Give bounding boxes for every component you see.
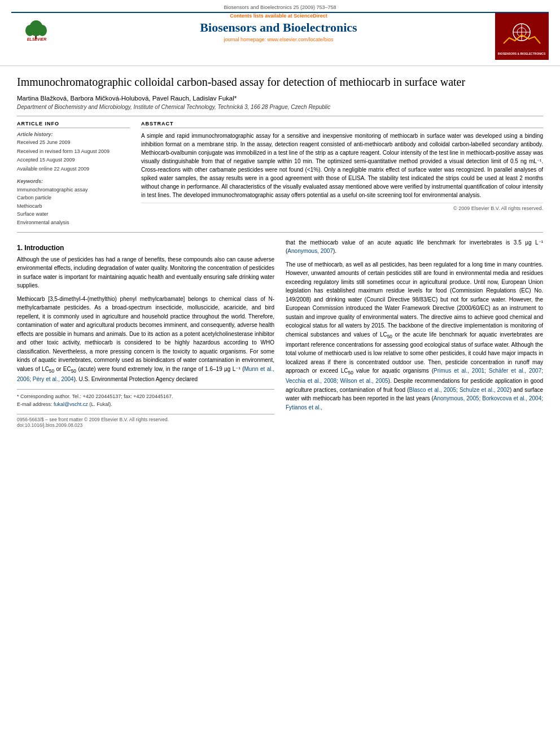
article-info-title: ARTICLE INFO (17, 121, 130, 128)
article-info-panel: ARTICLE INFO Article history: Received 2… (17, 121, 130, 226)
journal-top-bar: ELSEVIER Contents lists available at Sci… (11, 13, 549, 60)
elsevier-logo-svg: ELSEVIER (14, 16, 59, 41)
received-date: Received 25 June 2009 (17, 139, 130, 147)
keyword-3: Methiocarb (17, 202, 130, 210)
body-right-column: that the methiocarb value of an acute aq… (286, 238, 543, 428)
body-para3-right: that the methiocarb value of an acute aq… (286, 238, 543, 256)
article-content: Immunochromatographic colloidal carbon-b… (0, 66, 560, 436)
keyword-5: Environmental analysis (17, 219, 130, 226)
journal-logo-box: BIOSENSORS & BIOELECTRONICS (495, 13, 549, 60)
footnote-area: * Corresponding author. Tel.: +420 22044… (17, 389, 274, 408)
journal-homepage: journal homepage: www.elsevier.com/locat… (73, 37, 484, 42)
svg-text:ELSEVIER: ELSEVIER (27, 37, 47, 41)
section1-heading: 1. Introduction (17, 244, 274, 252)
svg-point-3 (25, 25, 34, 36)
authors-text: Martina Blažková, Barbora Mičková-Holubo… (17, 95, 237, 102)
journal-title: Biosensors and Bioelectronics (73, 20, 484, 35)
citation-bar: Biosensors and Bioelectronics 25 (2009) … (11, 5, 549, 13)
abstract-panel: ABSTRACT A simple and rapid immunochroma… (141, 121, 543, 226)
body-left-column: 1. Introduction Although the use of pest… (17, 238, 274, 428)
section1-title: Introduction (24, 244, 64, 252)
abstract-text: A simple and rapid immunochromatographic… (141, 132, 543, 199)
sciencedirect-prefix: Contents lists available at (230, 13, 292, 19)
svg-point-4 (38, 25, 47, 36)
footnote-email-label: E-mail address: (17, 401, 53, 407)
body-para4-right: The use of methiocarb, as well as all pe… (286, 260, 543, 412)
elsevier-logo: ELSEVIER (11, 13, 62, 44)
article-affiliation: Department of Biochemistry and Microbiol… (17, 104, 543, 110)
received-revised-date: Received in revised form 13 August 2009 (17, 148, 130, 156)
footer-issn-text: 0956-5663/$ – see front matter © 2009 El… (17, 417, 169, 422)
available-online-date: Available online 22 August 2009 (17, 165, 130, 173)
footnote-email-address[interactable]: fukal@vscht.cz (54, 401, 88, 407)
body-para1: Although the use of pesticides has had a… (17, 255, 274, 290)
journal-center: Contents lists available at ScienceDirec… (62, 13, 495, 42)
footnote-star-text: * Corresponding author. Tel.: +420 22044… (17, 394, 173, 399)
footer-bar: 0956-5663/$ – see front matter © 2009 El… (17, 414, 274, 428)
article-authors: Martina Blažková, Barbora Mičková-Holubo… (17, 95, 543, 102)
keyword-1: Immunochromatographic assay (17, 186, 130, 194)
accepted-date: Accepted 15 August 2009 (17, 156, 130, 164)
sciencedirect-name[interactable]: ScienceDirect (294, 13, 327, 19)
footnote-email-author: (L. Fukal). (89, 401, 112, 407)
copyright-line: © 2009 Elsevier B.V. All rights reserved… (141, 203, 543, 211)
page: Biosensors and Bioelectronics 25 (2009) … (0, 0, 560, 747)
body-para2: Methiocarb [3,5-dimethyl-4-(methylthio) … (17, 295, 274, 383)
keyword-2: Carbon particle (17, 194, 130, 202)
footnote-star: * Corresponding author. Tel.: +420 22044… (17, 393, 274, 401)
abstract-title: ABSTRACT (141, 121, 543, 128)
divider-1 (17, 116, 543, 116)
keywords-list: Immunochromatographic assay Carbon parti… (17, 186, 130, 226)
article-title: Immunochromatographic colloidal carbon-b… (17, 75, 543, 89)
section1-number: 1. (17, 244, 23, 252)
article-history-label: Article history: (17, 132, 130, 137)
keywords-label: Keywords: (17, 178, 130, 184)
footer-doi: doi:10.1016/j.bios.2009.08.023 (17, 422, 169, 428)
homepage-prefix: journal homepage: (224, 37, 266, 42)
body-content: 1. Introduction Although the use of pest… (17, 238, 543, 428)
keyword-4: Surface water (17, 210, 130, 218)
journal-cover-graphic: BIOSENSORS & BIOELECTRONICS (498, 15, 546, 58)
divider-2 (17, 232, 543, 233)
footer-issn: 0956-5663/$ – see front matter © 2009 El… (17, 417, 169, 428)
svg-text:BIOSENSORS & BIOELECTRONICS: BIOSENSORS & BIOELECTRONICS (498, 52, 546, 55)
journal-header: Biosensors and Bioelectronics 25 (2009) … (0, 0, 560, 66)
sciencedirect-line: Contents lists available at ScienceDirec… (73, 13, 484, 19)
footnote-email: E-mail address: fukal@vscht.cz (L. Fukal… (17, 401, 274, 409)
citation-text: Biosensors and Bioelectronics 25 (2009) … (224, 5, 336, 10)
article-info-abstract: ARTICLE INFO Article history: Received 2… (17, 121, 543, 226)
homepage-url[interactable]: www.elsevier.com/locate/bios (268, 37, 334, 42)
